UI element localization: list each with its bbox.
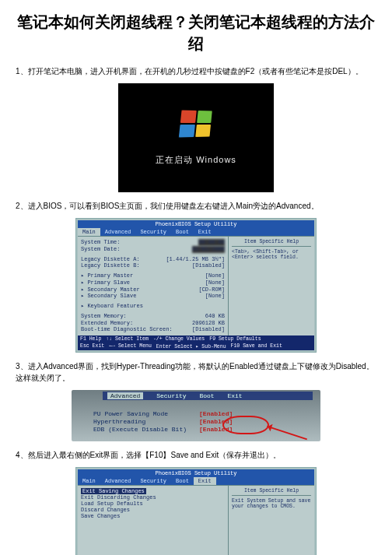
annotation-circle (222, 416, 269, 434)
menu-exit: Exit (194, 477, 216, 485)
bios-menu-bar: Main Advanced Security Boot Exit (78, 477, 314, 485)
menu-item-selected: Exit Saving Changes (81, 488, 146, 494)
label: Extended Memory: (81, 320, 133, 327)
help-title: Item Specific Help (232, 239, 311, 247)
value-redacted: 01/01/2000 (192, 246, 225, 253)
bios-help-panel: Item Specific Help <Tab>, <Shift-Tab>, o… (228, 237, 314, 335)
menu-security: Security (156, 392, 186, 399)
foot-key: F9 Setup Defaults (209, 336, 261, 342)
annotation-arrow (267, 426, 307, 441)
bios-title: PhoenixBIOS Setup Utility (78, 220, 314, 228)
value: [Enabled] (199, 410, 233, 418)
menu-item: Load Setup Defaults (81, 501, 225, 507)
label: Primary Master (81, 272, 133, 279)
bios-help-panel: Item Specific Help Exit System Setup and… (228, 486, 314, 555)
label: Legacy Diskette B: (81, 262, 140, 269)
help-text: <Tab>, <Shift-Tab>, or <Enter> selects f… (232, 249, 311, 260)
step-2: 2、进入BIOS，可以看到BIOS主页面，我们使用键盘左右键进入Main旁边的A… (16, 200, 376, 212)
boot-status-text: 正在启动 Windows (156, 154, 236, 166)
foot-key: F1 Help (80, 336, 101, 342)
page-title: 笔记本如何关闭超线程？关闭笔记本超线程的方法介绍 (16, 11, 376, 54)
menu-main: Main (78, 477, 100, 485)
value: 640 KB (205, 313, 225, 320)
foot-key: F10 Save and Exit (231, 343, 282, 350)
value: [Disabled] (192, 326, 225, 333)
label: Primary Slave (81, 279, 130, 286)
help-text: Exit System Setup and save your changes … (232, 498, 311, 509)
label: EDB (Execute Disable Bit) (93, 426, 187, 434)
value-redacted: 00:00:00 (198, 239, 225, 246)
menu-exit: Exit (227, 392, 242, 399)
step-1: 1、打开笔记本电脑，进入开机界面，在开机的几秒过程中按键盘的F2（或者有些笔记本… (16, 65, 376, 77)
bios-exit-panel: Exit Saving Changes Exit Discarding Chan… (78, 486, 228, 555)
menu-boot: Boot (171, 477, 194, 485)
screenshot-bios-advanced: Advanced Security Boot Exit PU Power Sav… (72, 390, 320, 441)
windows-logo-icon (179, 110, 212, 137)
screenshot-boot-windows: 正在启动 Windows (118, 83, 274, 192)
label: System Time: (81, 239, 120, 246)
menu-boot: Boot (199, 392, 214, 399)
step-4: 4、然后进入最右侧的Exit界面，选择【F10】Save and Exit（保存… (16, 449, 376, 461)
step-3: 3、进入Advanced界面，找到Hyper-Threading功能，将默认的E… (16, 360, 376, 384)
bios-title: PhoenixBIOS Setup Utility (78, 469, 314, 477)
value: [None] (205, 293, 225, 300)
bios-footer-2: Esc Exit ←→ Select Menu Enter Select ▸ S… (78, 342, 314, 350)
menu-boot: Boot (171, 228, 194, 236)
bios-main-panel: System Time:00:00:00 System Date:01/01/2… (78, 237, 228, 335)
bios-footer: F1 Help ↑↓ Select Item -/+ Change Values… (78, 335, 314, 342)
bios-menu-bar: Main Advanced Security Boot Exit (78, 228, 314, 236)
value: [None] (205, 272, 225, 279)
menu-security: Security (135, 477, 171, 485)
value: [None] (205, 279, 225, 286)
help-title: Item Specific Help (232, 488, 311, 496)
foot-key: ←→ Select Menu (109, 343, 152, 350)
foot-key: Enter Select ▸ Sub-Menu (156, 343, 226, 350)
menu-item: Save Changes (81, 513, 225, 519)
label: Keyboard Features (81, 303, 143, 310)
menu-item: Exit Discarding Changes (81, 494, 225, 501)
value: [1.44/1.25 MB 3½"] (166, 256, 225, 263)
menu-exit: Exit (194, 228, 216, 236)
value: [CD-ROM] (198, 286, 225, 293)
foot-key: ↑↓ Select Item (106, 336, 149, 342)
value: 2096128 KB (192, 320, 225, 327)
label: Boot-time Diagnostic Screen: (81, 326, 173, 333)
label: PU Power Saving Mode (93, 410, 168, 418)
foot-key: -/+ Change Values (153, 336, 205, 342)
bios-menu-bar: Advanced Security Boot Exit (103, 392, 313, 400)
value: [Disabled] (192, 262, 225, 269)
screenshot-bios-main: PhoenixBIOS Setup Utility Main Advanced … (75, 218, 317, 353)
label: Hyperthreading (93, 418, 145, 426)
menu-advanced: Advanced (100, 228, 136, 236)
menu-main: Main (78, 228, 100, 236)
menu-advanced: Advanced (107, 392, 143, 399)
label: Secondary Slave (81, 293, 136, 300)
menu-item: Discard Changes (81, 507, 225, 513)
foot-key: Esc Exit (80, 343, 104, 350)
menu-security: Security (135, 228, 171, 236)
label: System Date: (81, 246, 120, 253)
label: System Memory: (81, 313, 127, 320)
menu-advanced: Advanced (100, 477, 136, 485)
label: Legacy Diskette A: (81, 256, 140, 263)
label: Secondary Master (81, 286, 140, 293)
screenshot-bios-exit: PhoenixBIOS Setup Utility Main Advanced … (75, 467, 317, 555)
